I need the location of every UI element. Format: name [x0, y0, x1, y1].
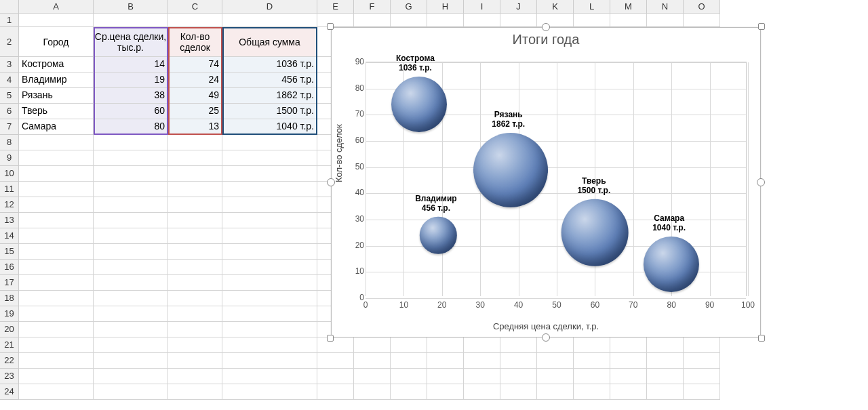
- cell-C9[interactable]: [168, 150, 222, 166]
- cell-B7[interactable]: 80: [94, 119, 168, 135]
- cell-D6[interactable]: 1500 т.р.: [222, 104, 317, 119]
- cell-B12[interactable]: [94, 197, 168, 213]
- cell-H23[interactable]: [427, 369, 464, 384]
- cell-D7[interactable]: 1040 т.р.: [222, 119, 317, 135]
- cell-G22[interactable]: [391, 353, 427, 369]
- cell-F22[interactable]: [354, 353, 391, 369]
- cell-D19[interactable]: [222, 306, 317, 322]
- cell-A14[interactable]: [19, 228, 94, 244]
- col-header-G[interactable]: G: [391, 0, 427, 14]
- row-header-10[interactable]: 10: [0, 166, 19, 182]
- cell-D12[interactable]: [222, 197, 317, 213]
- bubble-Тверь[interactable]: [561, 199, 629, 266]
- row-header-18[interactable]: 18: [0, 291, 19, 306]
- row-header-13[interactable]: 13: [0, 213, 19, 228]
- cell-F23[interactable]: [354, 369, 391, 384]
- row-header-20[interactable]: 20: [0, 322, 19, 337]
- row-header-7[interactable]: 7: [0, 119, 19, 135]
- cell-J21[interactable]: [500, 337, 537, 353]
- cell-D21[interactable]: [222, 337, 317, 353]
- cell-D14[interactable]: [222, 228, 317, 244]
- cell-B16[interactable]: [94, 260, 168, 275]
- cell-L24[interactable]: [574, 384, 610, 400]
- row-header-16[interactable]: 16: [0, 260, 19, 275]
- cell-E24[interactable]: [317, 384, 354, 400]
- cell-N22[interactable]: [647, 353, 684, 369]
- row-header-14[interactable]: 14: [0, 228, 19, 244]
- cell-I24[interactable]: [464, 384, 500, 400]
- cell-C14[interactable]: [168, 228, 222, 244]
- bubble-Владимир[interactable]: [420, 217, 456, 253]
- cell-D22[interactable]: [222, 353, 317, 369]
- row-header-22[interactable]: 22: [0, 353, 19, 369]
- cell-C2[interactable]: Кол-восделок: [168, 27, 222, 57]
- cell-L21[interactable]: [574, 337, 610, 353]
- cell-D1[interactable]: [222, 14, 317, 27]
- cell-B14[interactable]: [94, 228, 168, 244]
- cell-A22[interactable]: [19, 353, 94, 369]
- col-header-N[interactable]: N: [647, 0, 684, 14]
- cell-A6[interactable]: Тверь: [19, 104, 94, 119]
- cell-L1[interactable]: [574, 14, 610, 27]
- cell-B20[interactable]: [94, 322, 168, 337]
- cell-C5[interactable]: 49: [168, 88, 222, 104]
- cell-N21[interactable]: [647, 337, 684, 353]
- cell-D3[interactable]: 1036 т.р.: [222, 57, 317, 73]
- cell-G23[interactable]: [391, 369, 427, 384]
- cell-A9[interactable]: [19, 150, 94, 166]
- cell-K22[interactable]: [537, 353, 574, 369]
- cell-D4[interactable]: 456 т.р.: [222, 73, 317, 88]
- cell-E1[interactable]: [317, 14, 354, 27]
- select-all-corner[interactable]: [0, 0, 19, 14]
- cell-O1[interactable]: [684, 14, 720, 27]
- resize-handle-bm[interactable]: [542, 333, 550, 342]
- cell-B21[interactable]: [94, 337, 168, 353]
- cell-O22[interactable]: [684, 353, 720, 369]
- cell-M23[interactable]: [610, 369, 647, 384]
- resize-handle-tr[interactable]: [758, 23, 765, 30]
- cell-K23[interactable]: [537, 369, 574, 384]
- cell-C3[interactable]: 74: [168, 57, 222, 73]
- col-header-F[interactable]: F: [354, 0, 391, 14]
- cell-F21[interactable]: [354, 337, 391, 353]
- cell-I22[interactable]: [464, 353, 500, 369]
- plot-area[interactable]: Кострома1036 т.р.Владимир456 т.р.Рязань1…: [366, 62, 747, 296]
- cell-C22[interactable]: [168, 353, 222, 369]
- cell-B6[interactable]: 60: [94, 104, 168, 119]
- cell-L23[interactable]: [574, 369, 610, 384]
- resize-handle-tm[interactable]: [542, 23, 550, 31]
- cell-F24[interactable]: [354, 384, 391, 400]
- bubble-Рязань[interactable]: [473, 133, 548, 207]
- cell-C12[interactable]: [168, 197, 222, 213]
- cell-A11[interactable]: [19, 182, 94, 197]
- cell-B4[interactable]: 19: [94, 73, 168, 88]
- cell-B8[interactable]: [94, 135, 168, 150]
- row-header-4[interactable]: 4: [0, 73, 19, 88]
- cell-C17[interactable]: [168, 275, 222, 291]
- cell-C19[interactable]: [168, 306, 222, 322]
- cell-C15[interactable]: [168, 244, 222, 260]
- row-header-2[interactable]: 2: [0, 27, 19, 57]
- cell-H24[interactable]: [427, 384, 464, 400]
- cell-M21[interactable]: [610, 337, 647, 353]
- cell-D11[interactable]: [222, 182, 317, 197]
- cell-A18[interactable]: [19, 291, 94, 306]
- cell-C23[interactable]: [168, 369, 222, 384]
- spreadsheet[interactable]: A B C D E F G H I J K L M N O 1234567891…: [0, 0, 868, 410]
- cell-L22[interactable]: [574, 353, 610, 369]
- col-header-A[interactable]: A: [19, 0, 94, 14]
- cell-J24[interactable]: [500, 384, 537, 400]
- cell-C8[interactable]: [168, 135, 222, 150]
- cell-K24[interactable]: [537, 384, 574, 400]
- cell-M22[interactable]: [610, 353, 647, 369]
- cell-G1[interactable]: [391, 14, 427, 27]
- cell-C24[interactable]: [168, 384, 222, 400]
- cell-B19[interactable]: [94, 306, 168, 322]
- cell-B5[interactable]: 38: [94, 88, 168, 104]
- cell-D17[interactable]: [222, 275, 317, 291]
- row-header-24[interactable]: 24: [0, 384, 19, 400]
- cell-C18[interactable]: [168, 291, 222, 306]
- cell-A10[interactable]: [19, 166, 94, 182]
- cell-J22[interactable]: [500, 353, 537, 369]
- cell-B18[interactable]: [94, 291, 168, 306]
